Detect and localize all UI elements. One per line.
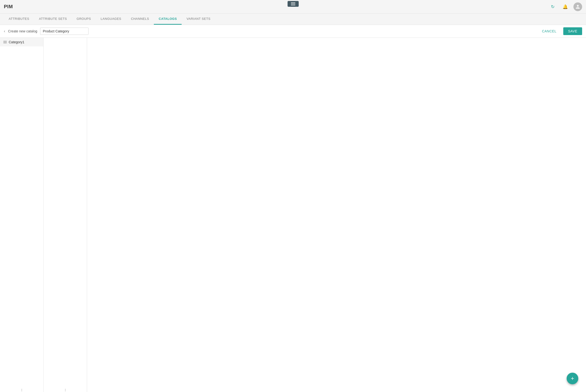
list-item[interactable]: Category1 [0, 38, 43, 46]
sub-header-actions: CANCEL SAVE [538, 27, 582, 35]
chevron-left-icon: ‹ [4, 29, 5, 33]
plus-icon: + [571, 375, 574, 382]
tab-attributes[interactable]: ATTRIBUTES [4, 14, 34, 25]
cancel-button[interactable]: CANCEL [538, 27, 560, 35]
save-button[interactable]: SAVE [563, 27, 582, 35]
tab-groups[interactable]: GROUPS [72, 14, 96, 25]
add-fab-button[interactable]: + [567, 373, 578, 384]
bell-icon: 🔔 [562, 4, 568, 10]
top-bar: PIM ↻ 🔔 [0, 0, 586, 14]
app-title: PIM [4, 4, 13, 10]
tab-languages[interactable]: LANGUAGES [96, 14, 126, 25]
notifications-button[interactable]: 🔔 [561, 2, 570, 11]
refresh-button[interactable]: ↻ [548, 2, 557, 11]
top-bar-actions: ↻ 🔔 [548, 2, 582, 11]
user-avatar-button[interactable] [574, 2, 582, 11]
resize-handle-2[interactable] [64, 388, 66, 392]
category-label: Category1 [9, 40, 24, 44]
nav-tabs: ATTRIBUTES ATTRIBUTE SETS GROUPS LANGUAG… [0, 14, 586, 25]
menu-button[interactable] [288, 1, 299, 7]
sub-header: ‹ Create new catalog CANCEL SAVE [0, 25, 586, 38]
category-column-2 [44, 38, 87, 392]
avatar [574, 2, 582, 11]
main-content: Category1 [0, 38, 586, 392]
category-column-1: Category1 [0, 38, 44, 392]
category-column-3 [87, 38, 586, 392]
drag-handle-icon [4, 41, 7, 43]
catalog-name-input[interactable] [40, 28, 88, 35]
tab-catalogs[interactable]: CATALOGS [154, 14, 182, 25]
tab-variant-sets[interactable]: VARIANT SETS [182, 14, 215, 25]
breadcrumb-label: Create new catalog [8, 29, 37, 33]
back-button[interactable]: ‹ [4, 29, 5, 33]
resize-handle-1[interactable] [21, 388, 23, 392]
tab-channels[interactable]: CHANNELS [126, 14, 154, 25]
tab-attribute-sets[interactable]: ATTRIBUTE SETS [34, 14, 72, 25]
refresh-icon: ↻ [551, 4, 554, 10]
